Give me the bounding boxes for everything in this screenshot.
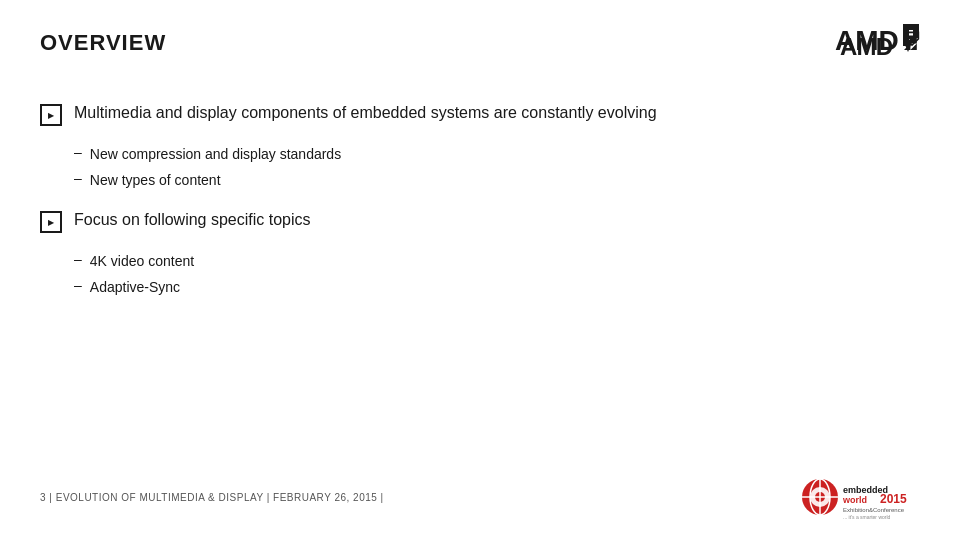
bullet-icon-2	[40, 211, 62, 233]
svg-text:2015: 2015	[880, 492, 907, 506]
ew-logo-svg: embedded world 2015 Exhibition&Conferenc…	[800, 475, 920, 520]
sub-item-dash-1-1: –	[74, 144, 82, 160]
svg-rect-7	[913, 24, 919, 38]
svg-text:world: world	[842, 495, 867, 505]
amd-logo-container: AMD	[835, 22, 920, 61]
page: OVERVIEW AMD AMD	[0, 0, 960, 540]
sub-item-1-2: – New types of content	[74, 170, 920, 191]
header: OVERVIEW AMD	[40, 30, 920, 62]
sub-item-1-1: – New compression and display standards	[74, 144, 920, 165]
bullet-text-1: Multimedia and display components of emb…	[74, 102, 657, 124]
sub-item-dash-1-2: –	[74, 170, 82, 186]
svg-text:Exhibition&Conference: Exhibition&Conference	[843, 507, 905, 513]
sub-item-2-2: – Adaptive-Sync	[74, 277, 920, 298]
sub-items-2: – 4K video content – Adaptive-Sync	[74, 251, 920, 298]
sub-items-1: – New compression and display standards …	[74, 144, 920, 191]
page-title: OVERVIEW	[40, 30, 166, 56]
sub-item-dash-2-2: –	[74, 277, 82, 293]
bullet-item-2: Focus on following specific topics	[40, 209, 920, 233]
svg-text:... it's a smarter world: ... it's a smarter world	[843, 514, 891, 520]
amd-logo-graphic: AMD	[835, 22, 920, 57]
ew-logo: embedded world 2015 Exhibition&Conferenc…	[800, 475, 920, 520]
bullet-text-2: Focus on following specific topics	[74, 209, 311, 231]
sub-item-text-1-2: New types of content	[90, 170, 221, 191]
sub-item-dash-2-1: –	[74, 251, 82, 267]
sub-item-text-2-2: Adaptive-Sync	[90, 277, 180, 298]
sub-item-text-1-1: New compression and display standards	[90, 144, 341, 165]
bullet-item-1: Multimedia and display components of emb…	[40, 102, 920, 126]
sub-item-text-2-1: 4K video content	[90, 251, 194, 272]
footer: 3 | EVOLUTION OF MULTIMEDIA & DISPLAY | …	[0, 475, 960, 520]
svg-text:AMD: AMD	[835, 25, 899, 56]
footer-text: 3 | EVOLUTION OF MULTIMEDIA & DISPLAY | …	[40, 492, 384, 503]
footer-page-number: 3	[40, 492, 46, 503]
sub-item-2-1: – 4K video content	[74, 251, 920, 272]
bullet-icon-1	[40, 104, 62, 126]
footer-label: | EVOLUTION OF MULTIMEDIA & DISPLAY | FE…	[49, 492, 383, 503]
content-area: Multimedia and display components of emb…	[40, 92, 920, 298]
